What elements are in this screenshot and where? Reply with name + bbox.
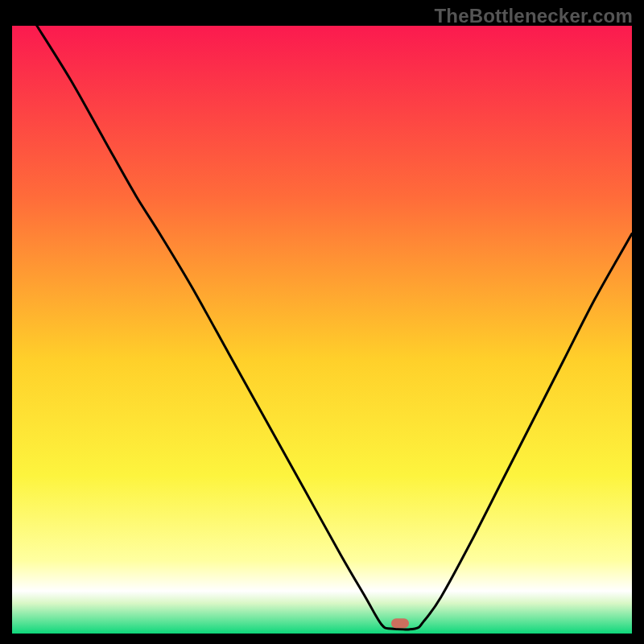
plot-background: [12, 26, 632, 634]
optimal-marker: [391, 618, 409, 628]
chart-frame: TheBottlenecker.com: [0, 0, 644, 644]
bottleneck-chart: [0, 0, 644, 644]
watermark-text: TheBottlenecker.com: [434, 5, 633, 27]
